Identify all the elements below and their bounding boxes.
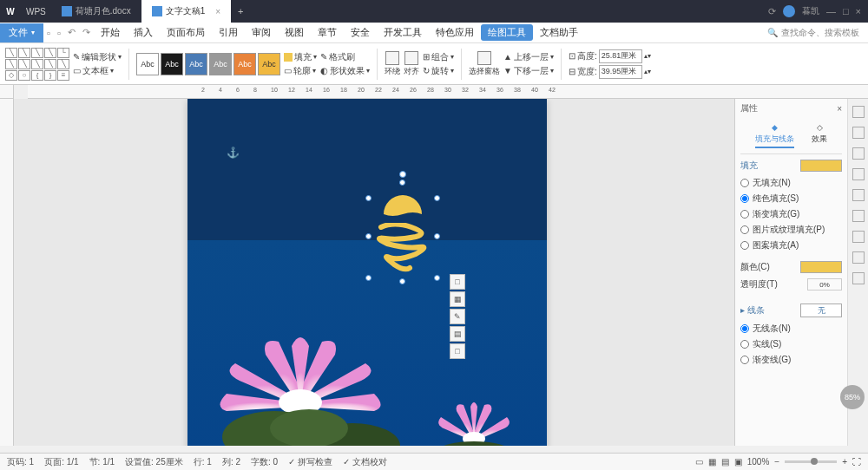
radio-gradient-fill[interactable] — [740, 210, 749, 219]
tool-icon-3[interactable] — [852, 147, 865, 160]
style-swatch-6[interactable]: Abc — [258, 53, 280, 75]
ruler-vertical[interactable] — [0, 99, 14, 446]
outline-options-icon[interactable]: ✎ — [450, 309, 465, 324]
status-pages[interactable]: 页面: 1/1 — [44, 456, 78, 468]
color-picker[interactable] — [800, 261, 842, 273]
fullscreen-icon[interactable]: ⛶ — [852, 457, 861, 467]
width-input[interactable]: 39.95厘米 — [599, 65, 642, 79]
style-swatch-4[interactable]: Abc — [209, 53, 232, 75]
fill-button[interactable]: 填充▾ — [284, 51, 317, 63]
height-input[interactable]: 25.81厘米 — [599, 49, 642, 63]
layout-options-icon[interactable]: □ — [450, 274, 465, 290]
down-layer-button[interactable]: ▼下移一层▾ — [503, 65, 554, 77]
minimize-button[interactable]: — — [826, 6, 836, 16]
tool-icon-6[interactable] — [852, 210, 865, 222]
tab-fill-line[interactable]: ◆填充与线条 — [755, 123, 794, 148]
rotate-button[interactable]: ↻旋转▾ — [423, 65, 454, 77]
radio-no-fill[interactable] — [740, 179, 749, 187]
panel-close-icon[interactable]: × — [837, 104, 842, 114]
tab-doc-2[interactable]: 文字文稿1× — [141, 0, 231, 23]
menu-draw-tools[interactable]: 绘图工具 — [481, 24, 533, 41]
status-page[interactable]: 页码: 1 — [7, 456, 34, 468]
toolbar-icon[interactable]: ↶ — [64, 27, 79, 38]
search-box[interactable]: 🔍查找命令、搜索模板 — [767, 27, 868, 39]
close-icon[interactable]: × — [215, 7, 220, 16]
ruler-horizontal[interactable]: 24681012141618202224262830323436384042 — [28, 85, 868, 99]
style-swatch-5[interactable]: Abc — [233, 53, 256, 75]
lily-pads[interactable] — [214, 402, 422, 446]
format-painter-button[interactable]: ✎格式刷 — [320, 51, 370, 63]
radio-solid-line[interactable] — [740, 340, 749, 349]
zoom-in-button[interactable]: + — [842, 457, 847, 467]
menu-start[interactable]: 开始 — [94, 26, 127, 39]
style-swatch-2[interactable]: Abc — [161, 53, 183, 75]
transparency-value[interactable]: 0% — [807, 278, 842, 290]
close-button[interactable]: × — [856, 6, 861, 16]
zoom-out-button[interactable]: − — [774, 457, 779, 467]
align-button[interactable]: 对齐 — [404, 51, 419, 77]
tool-icon-9[interactable] — [852, 272, 865, 284]
radio-pattern-fill[interactable] — [740, 241, 749, 250]
new-tab-button[interactable]: + — [231, 6, 250, 16]
shape-options-icon[interactable]: ▤ — [450, 326, 465, 342]
menu-ref[interactable]: 引用 — [212, 26, 245, 39]
reflection-shape[interactable] — [368, 223, 437, 275]
tool-icon-2[interactable] — [852, 127, 865, 139]
app-logo[interactable]: W — [0, 1, 21, 22]
menu-section[interactable]: 章节 — [311, 26, 344, 39]
radio-gradient-line[interactable] — [740, 356, 749, 364]
wrap-button[interactable]: 环绕 — [385, 51, 400, 77]
tab-effect[interactable]: ◇效果 — [812, 123, 827, 148]
up-layer-button[interactable]: ▲上移一层▾ — [503, 51, 554, 63]
menu-doc-helper[interactable]: 文档助手 — [533, 26, 585, 39]
menu-review[interactable]: 审阅 — [245, 26, 278, 39]
fill-color-swatch[interactable] — [800, 160, 842, 172]
sync-icon[interactable]: ⟳ — [768, 6, 776, 17]
fill-options-icon[interactable]: ▦ — [450, 291, 465, 307]
toolbar-icon[interactable]: ↷ — [79, 27, 94, 38]
style-swatch-3[interactable]: Abc — [185, 53, 207, 75]
view-mode-icon[interactable]: ▤ — [721, 457, 729, 467]
toolbar-icon[interactable]: ▫ — [54, 28, 64, 38]
progress-badge[interactable]: 85% — [840, 385, 865, 409]
view-mode-icon[interactable]: ▦ — [708, 457, 716, 467]
avatar[interactable] — [783, 5, 795, 17]
radio-solid-fill[interactable] — [740, 194, 749, 203]
rotate-handle[interactable] — [399, 171, 406, 178]
menu-special[interactable]: 特色应用 — [429, 26, 481, 39]
radio-pic-fill[interactable] — [740, 225, 749, 234]
tab-doc-1[interactable]: 荷塘月色.docx — [51, 0, 141, 23]
menu-insert[interactable]: 插入 — [127, 26, 160, 39]
shape-effects-button[interactable]: ◐形状效果▾ — [320, 65, 370, 77]
text-box-button[interactable]: ▭文本框▾ — [73, 65, 122, 77]
group-button[interactable]: ⊞组合▾ — [423, 51, 454, 63]
canvas[interactable]: ⚓ — [14, 99, 734, 446]
menu-view[interactable]: 视图 — [278, 26, 311, 39]
menu-dev[interactable]: 开发工具 — [377, 26, 429, 39]
menu-layout[interactable]: 页面布局 — [160, 26, 212, 39]
zoom-slider[interactable] — [785, 460, 837, 463]
tool-icon-1[interactable] — [852, 106, 865, 118]
view-mode-icon[interactable]: ▣ — [734, 457, 742, 467]
tool-icon-8[interactable] — [852, 251, 865, 264]
zoom-level[interactable]: 100% — [747, 457, 770, 467]
lotus-small[interactable] — [431, 398, 517, 446]
selection-pane-button[interactable]: 选择窗格 — [469, 51, 500, 77]
file-menu[interactable]: 文件▾ — [0, 23, 43, 42]
tool-icon-5[interactable] — [852, 189, 865, 201]
tool-icon-7[interactable] — [852, 231, 865, 243]
document-page[interactable]: ⚓ — [187, 99, 547, 446]
edit-shape-button[interactable]: ✎编辑形状▾ — [73, 51, 122, 63]
selected-shape-moon[interactable] — [368, 181, 437, 281]
view-mode-icon[interactable]: ▭ — [695, 457, 703, 467]
more-options-icon[interactable]: □ — [450, 343, 465, 359]
shape-gallery[interactable]: ╲╲╲╲└ ╲╲╲╲╲ ◇○{}≡ — [5, 48, 69, 81]
style-swatch-1[interactable]: Abc — [136, 53, 159, 75]
outline-button[interactable]: ▭轮廓▾ — [284, 65, 317, 77]
status-doccheck[interactable]: ✓ 文档校对 — [343, 456, 387, 468]
status-wordcount[interactable]: 字数: 0 — [251, 456, 278, 468]
tool-icon-4[interactable] — [852, 168, 865, 180]
toolbar-icon[interactable]: ▫ — [43, 28, 54, 38]
line-style-select[interactable]: 无 — [800, 304, 842, 317]
radio-no-line[interactable] — [740, 324, 749, 333]
